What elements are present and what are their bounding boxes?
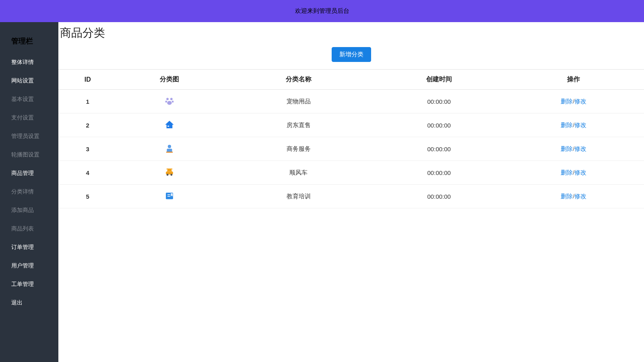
svg-rect-12	[167, 169, 173, 169]
col-id: ID	[58, 70, 117, 90]
cell-icon	[117, 161, 223, 185]
delete-link[interactable]: 删除	[561, 98, 573, 105]
cell-actions: 删除/修改	[504, 137, 644, 161]
sidebar: 管理栏 整体详情网站设置基本设置支付设置管理员设置轮播图设置商品管理分类详情添加…	[0, 22, 58, 362]
cell-actions: 删除/修改	[504, 185, 644, 208]
cell-created: 00:00:00	[375, 137, 504, 161]
col-actions: 操作	[504, 70, 644, 90]
sidebar-item-label: 整体详情	[11, 59, 34, 65]
sidebar-item-2[interactable]: 基本设置	[0, 90, 58, 109]
sidebar-item-0[interactable]: 整体详情	[0, 53, 58, 72]
sidebar-item-label: 工单管理	[11, 281, 34, 287]
delete-link[interactable]: 删除	[561, 193, 573, 200]
svg-point-2	[165, 101, 167, 103]
house-icon	[164, 119, 175, 130]
table-row: 5教育培训00:00:00删除/修改	[58, 185, 644, 208]
sidebar-item-label: 基本设置	[11, 96, 34, 102]
sidebar-item-label: 支付设置	[11, 114, 34, 121]
cell-name: 房东直售	[222, 113, 374, 137]
sidebar-item-3[interactable]: 支付设置	[0, 109, 58, 127]
table-row: 2房东直售00:00:00删除/修改	[58, 113, 644, 137]
sidebar-item-9[interactable]: 商品列表	[0, 220, 58, 238]
cell-created: 00:00:00	[375, 161, 504, 185]
delete-link[interactable]: 删除	[561, 121, 573, 128]
cell-actions: 删除/修改	[504, 113, 644, 137]
car-icon	[164, 167, 175, 178]
page-title: 商品分类	[58, 22, 644, 42]
cell-name: 顺风车	[222, 161, 374, 185]
sidebar-item-label: 商品列表	[11, 225, 34, 232]
edit-link[interactable]: 修改	[574, 98, 586, 105]
sidebar-item-label: 订单管理	[11, 244, 34, 250]
svg-point-0	[167, 98, 169, 100]
delete-link[interactable]: 删除	[561, 169, 573, 176]
sidebar-item-label: 网站设置	[11, 77, 34, 84]
cell-icon	[117, 113, 223, 137]
cell-id: 2	[58, 113, 117, 137]
edit-link[interactable]: 修改	[574, 193, 586, 200]
edit-link[interactable]: 修改	[574, 145, 586, 152]
table-header-row: ID 分类图 分类名称 创建时间 操作	[58, 70, 644, 90]
cell-id: 1	[58, 90, 117, 113]
add-button-row: 新增分类	[58, 42, 644, 69]
sidebar-item-label: 商品管理	[11, 170, 34, 176]
cell-name: 商务服务	[222, 137, 374, 161]
svg-marker-5	[165, 121, 174, 125]
sidebar-title: 管理栏	[0, 32, 58, 53]
cell-name: 教育培训	[222, 185, 374, 208]
sidebar-item-6[interactable]: 商品管理	[0, 164, 58, 183]
cell-created: 00:00:00	[375, 113, 504, 137]
sidebar-item-label: 管理员设置	[11, 133, 39, 139]
sidebar-item-label: 分类详情	[11, 188, 34, 195]
cell-actions: 删除/修改	[504, 161, 644, 185]
svg-point-14	[171, 174, 173, 176]
cell-id: 5	[58, 185, 117, 208]
table-row: 4顺风车00:00:00删除/修改	[58, 161, 644, 185]
cell-icon	[117, 90, 223, 113]
svg-point-4	[167, 101, 172, 105]
sidebar-item-1[interactable]: 网站设置	[0, 72, 58, 90]
welcome-text: 欢迎来到管理员后台	[295, 7, 349, 15]
cell-created: 00:00:00	[375, 185, 504, 208]
sidebar-item-8[interactable]: 添加商品	[0, 201, 58, 220]
sidebar-item-label: 用户管理	[11, 262, 34, 269]
col-icon: 分类图	[117, 70, 223, 90]
table-row: 3商务服务00:00:00删除/修改	[58, 137, 644, 161]
svg-point-13	[167, 174, 169, 176]
cell-created: 00:00:00	[375, 90, 504, 113]
cell-actions: 删除/修改	[504, 90, 644, 113]
table-row: 1宠物用品00:00:00删除/修改	[58, 90, 644, 113]
sidebar-item-4[interactable]: 管理员设置	[0, 127, 58, 146]
cell-name: 宠物用品	[222, 90, 374, 113]
add-category-button[interactable]: 新增分类	[332, 47, 371, 62]
cell-id: 4	[58, 161, 117, 185]
sidebar-item-12[interactable]: 工单管理	[0, 275, 58, 294]
main-content: 商品分类 新增分类 ID 分类图 分类名称 创建时间 操作 1宠物用品00:00…	[58, 22, 644, 362]
col-created: 创建时间	[375, 70, 504, 90]
cell-icon	[117, 137, 223, 161]
sidebar-item-11[interactable]: 用户管理	[0, 257, 58, 275]
sidebar-item-5[interactable]: 轮播图设置	[0, 146, 58, 164]
sidebar-item-13[interactable]: 退出	[0, 294, 58, 312]
col-name: 分类名称	[222, 70, 374, 90]
sidebar-item-10[interactable]: 订单管理	[0, 238, 58, 257]
svg-rect-6	[167, 125, 173, 128]
cell-id: 3	[58, 137, 117, 161]
svg-rect-10	[166, 152, 173, 152]
business-icon	[164, 143, 175, 154]
top-header: 欢迎来到管理员后台	[0, 0, 644, 22]
edit-link[interactable]: 修改	[574, 169, 586, 176]
svg-point-8	[168, 145, 171, 148]
sidebar-item-label: 添加商品	[11, 207, 34, 213]
sidebar-item-label: 轮播图设置	[11, 151, 39, 158]
svg-rect-7	[168, 125, 169, 126]
pet-icon	[164, 95, 175, 107]
svg-point-3	[172, 101, 174, 103]
edit-link[interactable]: 修改	[574, 121, 586, 128]
sidebar-item-7[interactable]: 分类详情	[0, 183, 58, 201]
cell-icon	[117, 185, 223, 208]
delete-link[interactable]: 删除	[561, 145, 573, 152]
svg-point-1	[170, 98, 173, 100]
education-icon	[164, 190, 175, 202]
sidebar-item-label: 退出	[11, 299, 23, 306]
